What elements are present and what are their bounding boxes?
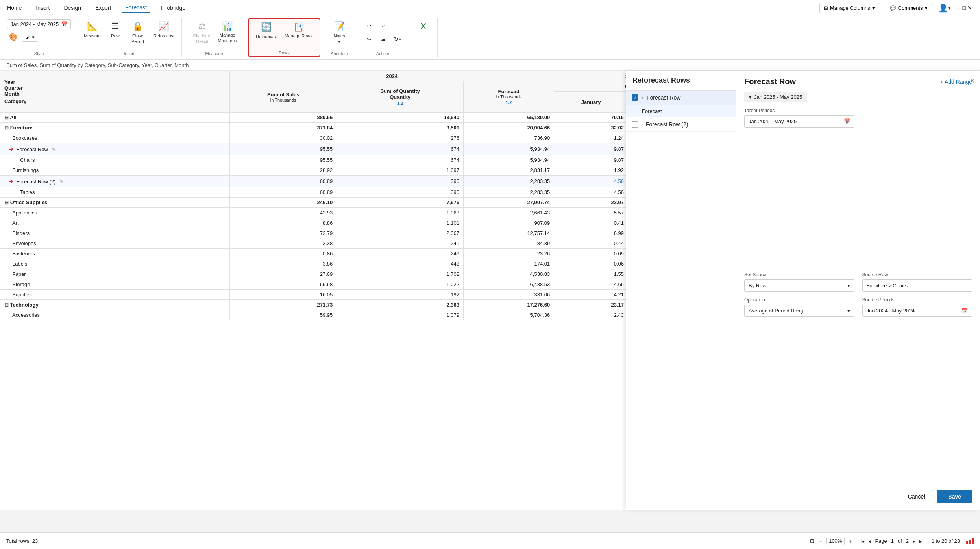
reforecast-insert-icon: 📈: [159, 21, 169, 32]
forecast-row-2-list-label: Forecast Row (2): [646, 121, 688, 128]
date-chip-text: Jan 2025 - May 2025: [754, 94, 802, 100]
panel-title: Reforecast Rows: [626, 71, 736, 91]
set-source-select[interactable]: By Row ▾: [744, 279, 854, 292]
comments-button[interactable]: 💬 Comments ▾: [886, 3, 932, 13]
os-collapse[interactable]: ⊟: [4, 200, 9, 205]
user-button[interactable]: 👤 ▾: [938, 2, 951, 14]
reforecast-rows-button[interactable]: 🔄 Reforecast: [253, 20, 280, 41]
target-periods-label: Target Periods: [744, 108, 972, 113]
first-page[interactable]: |◂: [860, 538, 865, 544]
next-page[interactable]: ▸: [913, 538, 915, 544]
style-icon-1[interactable]: 🎨: [7, 31, 20, 43]
date-chip-chevron: ▾: [749, 94, 752, 100]
total-rows-label: Total rows: 23: [6, 538, 38, 544]
undo-button[interactable]: ↩: [363, 19, 375, 32]
menu-forecast[interactable]: Forecast: [122, 3, 150, 13]
main-content: Year Quarter Month Category 2024 2025 Su…: [0, 71, 980, 510]
set-source-chevron: ▾: [847, 283, 850, 288]
actions-label: Actions: [376, 51, 390, 56]
gear-icon[interactable]: ⚙: [809, 537, 815, 545]
operation-section: Operation Average of Period Rang ▾ Sourc…: [744, 297, 972, 317]
chairs-label: Chairs: [0, 155, 230, 165]
menu-export[interactable]: Export: [92, 3, 114, 13]
technology-label: ⊟ Technology: [0, 300, 230, 310]
menu-design[interactable]: Design: [61, 3, 84, 13]
forecast-row-2-edit[interactable]: ✎: [59, 179, 64, 185]
furniture-collapse[interactable]: ⊟: [4, 125, 9, 131]
forecast-row-2-checkbox[interactable]: [632, 121, 638, 128]
maximize-icon[interactable]: □: [963, 5, 966, 11]
undo-arrow-button[interactable]: ↙: [377, 19, 390, 32]
paint-button[interactable]: 🖌 ▾: [22, 33, 38, 42]
manage-measures-button[interactable]: 📊 1 Manage Measures: [216, 19, 239, 45]
menu-bar: Home Insert Design Export Forecast Infob…: [0, 0, 980, 16]
close-window-icon[interactable]: ✕: [967, 5, 972, 11]
manage-columns-chevron: ▾: [872, 5, 875, 11]
rows-label: Rows: [279, 50, 290, 55]
redo-button[interactable]: ↪: [363, 33, 375, 45]
target-periods-calendar: 📅: [844, 118, 850, 124]
source-periods-select[interactable]: Jan 2024 - May 2024 📅: [862, 305, 973, 317]
panel-detail: Forecast Row + Add Range ▾ Jan 2025 - Ma…: [736, 71, 980, 510]
tech-collapse[interactable]: ⊟: [4, 302, 9, 308]
measure-button[interactable]: 📐 Measure: [81, 19, 104, 40]
menu-home[interactable]: Home: [4, 3, 25, 13]
row-button[interactable]: ☰ Row: [105, 19, 125, 40]
target-periods-field: Target Periods Jan 2025 - May 2025 📅: [744, 108, 972, 266]
refresh-chevron: ▾: [399, 37, 401, 41]
office-supplies-label: ⊟ Office Supplies: [0, 198, 230, 208]
last-page[interactable]: ▸|: [919, 538, 924, 544]
distribute-deficit-button[interactable]: ⚖ Distribute Deficit: [190, 19, 214, 46]
panel-forecast-sub-item[interactable]: Forecast: [626, 105, 736, 117]
ribbon-group-insert: 📐 Measure ☰ Row 🔒 Close Period 📈 Reforec…: [77, 18, 182, 57]
page-of: of: [898, 538, 902, 544]
distribute-deficit-icon: ⚖: [198, 21, 206, 32]
red-arrow-2: ➜: [8, 178, 13, 185]
zoom-minus[interactable]: −: [819, 538, 822, 545]
cancel-button[interactable]: Cancel: [900, 490, 934, 503]
target-periods-select[interactable]: Jan 2025 - May 2025 📅: [744, 115, 854, 128]
january-header: January: [554, 92, 628, 113]
save-button[interactable]: Save: [937, 490, 972, 503]
manage-rows-badge: 2: [297, 22, 304, 29]
operation-select[interactable]: Average of Period Rang ▾: [744, 305, 854, 317]
date-range-selector[interactable]: Jan 2024 - May 2025 📅: [7, 19, 71, 29]
forecast1-header: Forecast in Thousands 1.2: [463, 81, 554, 113]
upload-button[interactable]: ☁: [377, 33, 390, 45]
forecast-row-2-label: Forecast Row (2): [17, 179, 56, 185]
top-right-controls: ⊞ Manage Columns ▾ 💬 Comments ▾ 👤 ▾ ─ □ …: [819, 2, 976, 14]
close-period-button[interactable]: 🔒 Close Period: [127, 19, 149, 46]
all-collapse[interactable]: ⊟: [4, 115, 9, 120]
forecast-row-list-label: Forecast Row: [647, 94, 680, 101]
panel-list: Reforecast Rows ✓ ▾ Forecast Row Forecas…: [626, 71, 736, 510]
forecast-row-checkbox[interactable]: ✓: [632, 94, 638, 101]
notes-button[interactable]: 📝 Notes ▾: [329, 19, 349, 46]
date-range-chip[interactable]: ▾ Jan 2025 - May 2025: [744, 92, 807, 102]
refresh-button[interactable]: ↻ ▾: [391, 33, 404, 45]
minimize-icon[interactable]: ─: [957, 5, 961, 11]
panel-close-button[interactable]: ×: [970, 76, 974, 85]
zoom-plus[interactable]: +: [849, 538, 852, 545]
add-range-link[interactable]: + Add Range: [940, 79, 972, 85]
notes-icon: 📝: [334, 21, 345, 32]
sum-qty-header: Sum of Quantity Quantity 1.2: [337, 81, 464, 113]
insert-label: Insert: [124, 51, 135, 56]
prev-page[interactable]: ◂: [868, 538, 871, 544]
furnishings-label: Furnishings: [0, 165, 230, 176]
source-row-input[interactable]: Furniture > Chairs: [862, 279, 973, 292]
manage-columns-button[interactable]: ⊞ Manage Columns ▾: [819, 3, 879, 13]
user-chevron: ▾: [948, 5, 951, 11]
ribbon-group-style: Jan 2024 - May 2025 📅 🎨 🖌 ▾ Style: [3, 18, 75, 57]
reforecast-insert-button[interactable]: 📈 Reforecast: [150, 19, 178, 40]
menu-infobridge[interactable]: Infobridge: [158, 3, 189, 13]
excel-button[interactable]: X: [414, 19, 433, 34]
panel-forecast-row-item[interactable]: ✓ ▾ Forecast Row: [626, 91, 736, 105]
forecast-row-1-edit[interactable]: ✎: [52, 146, 56, 152]
forecast-row-2-chevron: ›: [641, 122, 643, 127]
manage-rows-button[interactable]: 📋 2 Manage Rows: [281, 20, 315, 40]
menu-insert[interactable]: Insert: [33, 3, 53, 13]
comments-chevron: ▾: [925, 5, 928, 11]
panel-forecast-row-2-item[interactable]: › Forecast Row (2): [626, 117, 736, 132]
close-period-icon: 🔒: [132, 21, 143, 32]
date-range-text: Jan 2024 - May 2025: [11, 21, 59, 27]
